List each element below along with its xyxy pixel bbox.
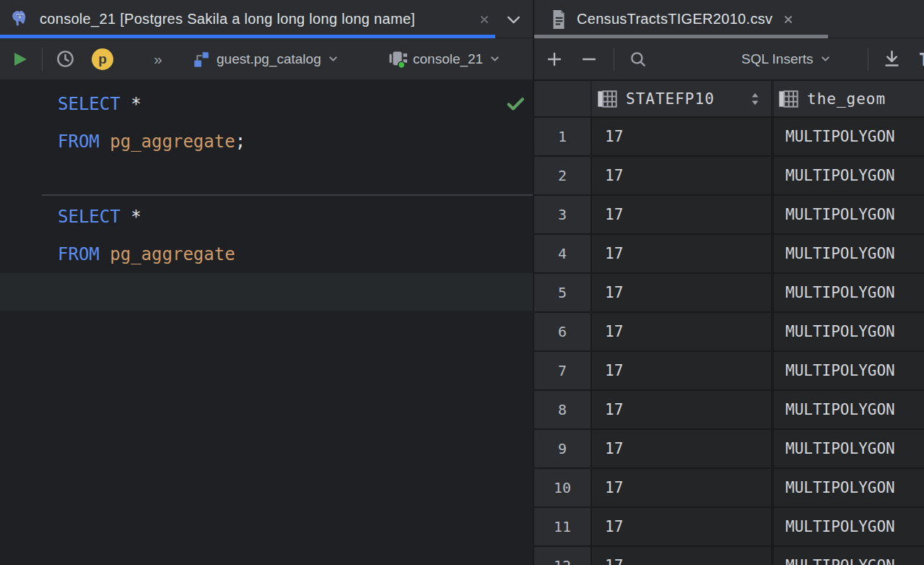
sql-token <box>100 244 110 264</box>
table-cell[interactable]: MULTIPOLYGON <box>771 508 924 545</box>
table-row: 1217MULTIPOLYGON <box>534 547 924 565</box>
table-cell[interactable]: MULTIPOLYGON <box>771 352 924 389</box>
tab-sql-console[interactable]: console_21 [Postgres Sakila a long long … <box>0 0 495 38</box>
table-row: 417MULTIPOLYGON <box>534 235 924 274</box>
table-cell[interactable]: MULTIPOLYGON <box>771 157 924 194</box>
row-number[interactable]: 8 <box>534 391 590 428</box>
sql-token <box>121 94 131 114</box>
column-label: STATEFP10 <box>626 90 715 108</box>
table-cell[interactable]: MULTIPOLYGON <box>771 547 924 565</box>
sql-token: pg_aggregate <box>110 131 235 152</box>
search-icon[interactable] <box>629 38 648 79</box>
table-cell[interactable]: 17 <box>590 196 771 233</box>
tab-csv-file[interactable]: CensusTractsTIGER2010.csv <box>534 0 828 38</box>
row-number[interactable]: 11 <box>534 508 590 545</box>
table-cell[interactable]: MULTIPOLYGON <box>771 430 924 467</box>
data-grid-toolbar: SQL Inserts T <box>534 38 924 79</box>
sql-token: FROM <box>58 131 100 152</box>
table-cell[interactable]: 17 <box>590 469 771 506</box>
clock-icon[interactable] <box>56 38 75 79</box>
sql-console-toolbar: p » guest.pg_catalog <box>0 38 533 79</box>
row-number[interactable]: 9 <box>534 430 590 467</box>
active-tab-underline <box>0 35 495 38</box>
table-cell[interactable]: 17 <box>590 391 771 428</box>
sql-token <box>121 207 131 227</box>
column-header-the-geom[interactable]: the_geom <box>771 81 924 116</box>
sql-token: SELECT <box>58 207 121 227</box>
sql-token: pg_aggregate <box>110 244 235 264</box>
column-label: the_geom <box>807 90 886 108</box>
sql-code: SELECT *FROM pg_aggregate;SELECT *FROM p… <box>0 85 533 311</box>
sort-icon[interactable] <box>749 92 761 106</box>
table-cell[interactable]: MULTIPOLYGON <box>771 274 924 311</box>
table-cell[interactable]: MULTIPOLYGON <box>771 235 924 272</box>
table-cell[interactable]: 17 <box>590 313 771 350</box>
row-number[interactable]: 2 <box>534 157 590 194</box>
table-cell[interactable]: 17 <box>590 118 771 155</box>
table-cell[interactable]: MULTIPOLYGON <box>771 391 924 428</box>
plus-icon[interactable] <box>546 38 563 79</box>
table-row: 917MULTIPOLYGON <box>534 430 924 469</box>
success-check-icon <box>505 93 526 113</box>
row-number[interactable]: 7 <box>534 352 590 389</box>
table-cell[interactable]: MULTIPOLYGON <box>771 469 924 506</box>
clipped-toolbar-icon[interactable]: T <box>919 50 924 69</box>
table-cell[interactable]: MULTIPOLYGON <box>771 313 924 350</box>
table-cell[interactable]: 17 <box>590 430 771 467</box>
table-cell[interactable]: MULTIPOLYGON <box>771 196 924 233</box>
pane-divider <box>533 0 534 565</box>
sql-token: * <box>131 94 141 114</box>
statement-separator <box>42 194 533 196</box>
table-cell[interactable]: 17 <box>590 547 771 565</box>
sql-token: FROM <box>58 244 100 264</box>
toolbar-separator <box>868 47 868 71</box>
table-cell[interactable]: 17 <box>590 235 771 272</box>
table-row: 317MULTIPOLYGON <box>534 196 924 235</box>
table-cell[interactable]: 17 <box>590 352 771 389</box>
row-number[interactable]: 1 <box>534 118 590 155</box>
close-icon[interactable] <box>478 13 491 26</box>
row-number[interactable]: 6 <box>534 313 590 350</box>
ide-window: console_21 [Postgres Sakila a long long … <box>0 0 924 565</box>
code-line: FROM pg_aggregate; <box>0 123 533 160</box>
console-session-selector[interactable]: console_21 <box>388 38 501 79</box>
tab-title: console_21 [Postgres Sakila a long long … <box>40 11 415 27</box>
chevron-down-icon <box>819 53 832 65</box>
row-number[interactable]: 12 <box>534 547 590 565</box>
row-number[interactable]: 4 <box>534 235 590 272</box>
export-format-selector[interactable]: SQL Inserts <box>741 38 832 79</box>
minus-icon[interactable] <box>580 38 598 79</box>
table-cell[interactable]: 17 <box>590 157 771 194</box>
table-row: 517MULTIPOLYGON <box>534 274 924 313</box>
sql-token: ; <box>235 131 245 152</box>
console-selector-label: console_21 <box>413 51 483 67</box>
table-row: 217MULTIPOLYGON <box>534 157 924 196</box>
more-toolbar-items[interactable]: » <box>154 38 163 79</box>
table-row: 1017MULTIPOLYGON <box>534 469 924 508</box>
play-icon[interactable] <box>12 38 29 79</box>
table-row: 1117MULTIPOLYGON <box>534 508 924 547</box>
code-line: FROM pg_aggregate <box>0 236 533 273</box>
sql-token: SELECT <box>58 94 121 114</box>
row-number[interactable]: 10 <box>534 469 590 506</box>
chevron-down-icon[interactable] <box>505 11 523 29</box>
row-number[interactable]: 5 <box>534 274 590 311</box>
row-number-header[interactable] <box>534 81 590 116</box>
table-row: 617MULTIPOLYGON <box>534 313 924 352</box>
editor-tab-bar: console_21 [Postgres Sakila a long long … <box>0 0 924 38</box>
schema-selector-label: guest.pg_catalog <box>217 51 321 67</box>
table-cell[interactable]: MULTIPOLYGON <box>771 118 924 155</box>
download-icon[interactable] <box>882 38 902 79</box>
code-line: SELECT * <box>0 85 533 123</box>
sql-editor[interactable]: SELECT *FROM pg_aggregate;SELECT *FROM p… <box>0 79 533 565</box>
table-header: STATEFP10 the_geom <box>534 79 924 118</box>
schema-icon <box>192 50 211 69</box>
table-row: 817MULTIPOLYGON <box>534 391 924 430</box>
close-icon[interactable] <box>782 13 795 26</box>
row-number[interactable]: 3 <box>534 196 590 233</box>
profile-badge[interactable]: p <box>92 38 113 79</box>
table-cell[interactable]: 17 <box>590 274 771 311</box>
table-cell[interactable]: 17 <box>590 508 771 545</box>
schema-selector[interactable]: guest.pg_catalog <box>192 38 339 79</box>
column-header-statefp10[interactable]: STATEFP10 <box>590 81 771 116</box>
